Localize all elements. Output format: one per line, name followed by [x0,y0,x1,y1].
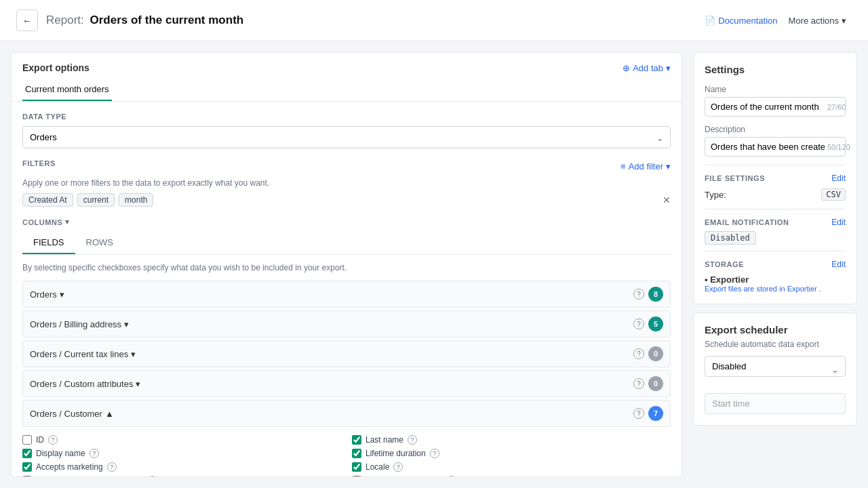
field-accepts-marketing-checkbox[interactable] [22,462,32,472]
group-label-billing: Orders / Billing address ▾ [30,319,633,329]
field-accepts-marketing-updated: Accepts marketing updated at ? [22,476,341,476]
storage-description: Export files are stored in Exportier . [705,285,846,293]
group-row-right-custom-attrs: ? 0 [633,376,663,391]
group-help-icon[interactable]: ? [633,289,644,300]
customer-help-icon[interactable]: ? [633,408,644,419]
divider-email [705,209,846,209]
scheduler-select[interactable]: Disabled [705,356,846,377]
field-accepts-marketing: Accepts marketing ? [22,462,341,472]
group-row-right-customer: ? 7 [633,406,663,421]
add-tab-button[interactable]: ⊕ Add tab ▾ [623,63,671,73]
scheduler-select-wrapper: Disabled ⌄ [705,356,846,382]
data-type-label: DATA TYPE [22,113,671,121]
field-lifetime-duration-help-icon[interactable]: ? [430,449,439,458]
page-title: Report: Orders of the current month [46,14,243,27]
top-bar-left: ← Report: Orders of the current month [16,9,243,31]
group-count-badge: 8 [648,287,663,302]
field-accepts-marketing-help-icon[interactable]: ? [107,462,117,472]
field-last-name-checkbox[interactable] [352,435,361,445]
field-locale-help-icon[interactable]: ? [393,462,403,472]
file-settings-header: FILE SETTINGS Edit [705,174,846,183]
description-input[interactable] [711,142,825,152]
field-accepts-marketing-updated-label: Accepts marketing updated at [36,476,144,476]
field-display-name-help-icon[interactable]: ? [90,449,99,458]
group-row-right-tax: ? 0 [633,346,663,361]
field-last-name-help-icon[interactable]: ? [408,435,417,445]
customer-arrow-icon: ▲ [105,409,114,419]
description-field: Description 50/120 [705,125,846,157]
custom-attrs-arrow-icon: ▾ [136,379,140,389]
tab-current-month-orders[interactable]: Current month orders [22,79,112,101]
storage-edit-link[interactable]: Edit [831,260,846,269]
field-marketing-opt-in-help-icon[interactable]: ? [447,476,456,476]
email-notification-edit-link[interactable]: Edit [831,218,846,227]
field-lifetime-duration-label: Lifetime duration [366,449,426,458]
field-accepts-marketing-updated-checkbox[interactable] [22,476,32,476]
filters-label: FILTERS [22,159,56,167]
field-id-checkbox[interactable] [22,435,32,445]
billing-help-icon[interactable]: ? [633,319,644,329]
filter-tag-created-at[interactable]: Created At [22,193,73,207]
group-row-right-billing: ? 5 [633,317,663,331]
data-type-select[interactable]: Orders [22,126,671,148]
group-row-orders[interactable]: Orders ▾ ? 8 [22,281,671,308]
tax-help-icon[interactable]: ? [633,348,644,359]
field-id-help-icon[interactable]: ? [48,435,58,445]
email-notification-header: EMAIL NOTIFICATION Edit [705,218,846,227]
start-time-input[interactable] [705,393,846,414]
divider-storage [705,251,846,251]
group-row-custom-attrs[interactable]: Orders / Custom attributes ▾ ? 0 [22,370,671,397]
storage-link[interactable]: Exportier [787,285,817,293]
name-input[interactable] [711,102,825,112]
documentation-link[interactable]: 📄 Documentation [705,16,777,26]
field-accepts-marketing-label: Accepts marketing [36,462,103,472]
group-label-tax: Orders / Current tax lines ▾ [30,349,633,359]
field-display-name-checkbox[interactable] [22,449,32,458]
type-row: Type: CSV [705,188,846,201]
group-label-custom-attrs: Orders / Custom attributes ▾ [30,379,633,389]
report-label: Report: [46,14,84,26]
field-accepts-marketing-updated-help-icon[interactable]: ? [148,476,157,476]
field-marketing-opt-in-checkbox[interactable] [352,476,361,476]
tab-rows[interactable]: ROWS [75,232,124,254]
custom-attrs-help-icon[interactable]: ? [633,378,644,389]
content-area: Export options ⊕ Add tab ▾ Current month… [0,41,868,488]
file-settings-edit-link[interactable]: Edit [831,174,846,183]
field-id-label: ID [36,435,44,445]
more-actions-button[interactable]: More actions ▾ [783,13,852,28]
tab-label: Current month orders [25,84,109,94]
customer-count-badge: 7 [648,406,663,421]
back-button[interactable]: ← [16,9,38,31]
group-row-billing[interactable]: Orders / Billing address ▾ ? 5 [22,310,671,338]
field-locale-checkbox[interactable] [352,462,361,472]
settings-card: Settings Name 27/60 Description 50/120 [693,52,857,304]
type-label: Type: [705,190,726,200]
field-lifetime-duration-checkbox[interactable] [352,449,361,458]
data-type-select-wrapper: Orders ⌄ [22,126,671,148]
filter-clear-button[interactable]: ✕ [663,195,671,205]
field-lifetime-duration: Lifetime duration ? [352,449,671,458]
tab-bar: Current month orders [12,79,682,102]
billing-count-badge: 5 [648,317,663,331]
filter-tag-current[interactable]: current [77,193,115,207]
columns-label: COLUMNS [22,218,62,226]
file-settings-label: FILE SETTINGS [705,174,765,182]
custom-attrs-count-badge: 0 [648,376,663,391]
filter-tags-row: Created At current month ✕ [22,193,671,207]
group-row-customer[interactable]: Orders / Customer ▲ ? 7 [22,400,671,427]
email-notification-label: EMAIL NOTIFICATION [705,218,789,226]
tab-fields[interactable]: FIELDS [22,232,75,254]
filter-tag-month[interactable]: month [119,193,153,207]
group-arrow-icon: ▾ [60,289,64,300]
add-filter-button[interactable]: ≡ Add filter ▾ [620,161,671,171]
group-label-orders: Orders ▾ [30,289,633,300]
storage-name: • Exportier [705,274,846,285]
group-row-right: ? 8 [633,287,663,302]
group-row-tax[interactable]: Orders / Current tax lines ▾ ? 0 [22,340,671,367]
field-last-name-label: Last name [366,435,403,445]
add-filter-arrow-icon: ▾ [666,161,671,171]
fields-rows-tabs: FIELDS ROWS [22,232,671,255]
scheduler-desc: Schedule automatic data export [705,340,846,349]
fields-tab-label: FIELDS [33,237,64,247]
description-label: Description [705,125,846,134]
